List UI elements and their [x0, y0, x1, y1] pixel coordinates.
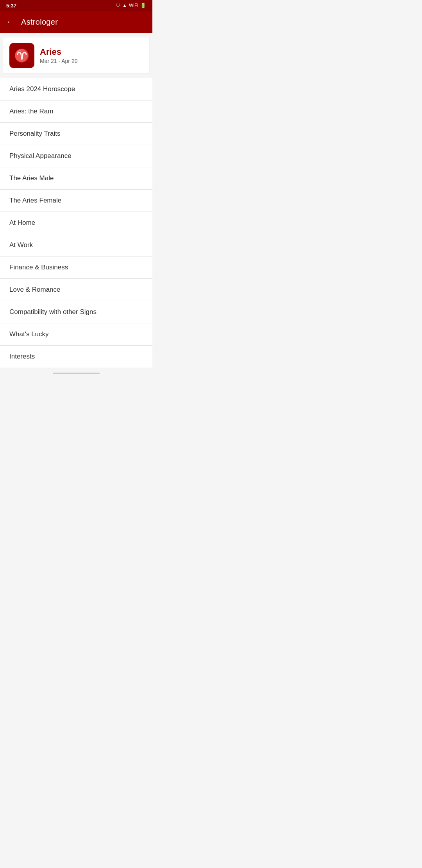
- signal-icon: ▲: [122, 3, 127, 8]
- menu-item[interactable]: The Aries Female: [0, 190, 152, 212]
- bottom-handle: [53, 373, 100, 374]
- menu-item[interactable]: What's Lucky: [0, 323, 152, 346]
- menu-item[interactable]: Finance & Business: [0, 256, 152, 279]
- back-arrow-icon: ←: [6, 17, 15, 27]
- menu-item[interactable]: Interests: [0, 346, 152, 368]
- menu-item[interactable]: Love & Romance: [0, 279, 152, 301]
- app-bar-title: Astrologer: [21, 18, 58, 27]
- wifi-icon: WiFi: [129, 3, 138, 8]
- menu-item[interactable]: Aries 2024 Horoscope: [0, 78, 152, 100]
- status-time: 5:37: [6, 3, 16, 9]
- menu-item[interactable]: At Work: [0, 234, 152, 256]
- battery-icon: 🔋: [140, 3, 146, 8]
- menu-list: Aries 2024 HoroscopeAries: the RamPerson…: [0, 78, 152, 368]
- menu-item[interactable]: At Home: [0, 212, 152, 234]
- sign-info: Aries Mar 21 - Apr 20: [40, 47, 78, 64]
- status-icons: 🛡 ▲ WiFi 🔋: [116, 3, 146, 8]
- sign-name: Aries: [40, 47, 78, 57]
- menu-item[interactable]: Physical Appearance: [0, 145, 152, 167]
- back-button[interactable]: ←: [6, 17, 15, 27]
- app-bar: ← Astrologer: [0, 11, 152, 33]
- menu-item[interactable]: Aries: the Ram: [0, 100, 152, 123]
- status-bar: 5:37 🛡 ▲ WiFi 🔋: [0, 0, 152, 11]
- sign-card: ♈ Aries Mar 21 - Apr 20: [3, 38, 149, 74]
- bottom-bar: [0, 368, 152, 379]
- sign-dates: Mar 21 - Apr 20: [40, 58, 78, 64]
- shield-icon: 🛡: [116, 3, 120, 8]
- menu-item[interactable]: Compatibility with other Signs: [0, 301, 152, 323]
- sign-symbol-icon: ♈: [9, 43, 34, 68]
- menu-item[interactable]: The Aries Male: [0, 167, 152, 190]
- menu-item[interactable]: Personality Traits: [0, 123, 152, 145]
